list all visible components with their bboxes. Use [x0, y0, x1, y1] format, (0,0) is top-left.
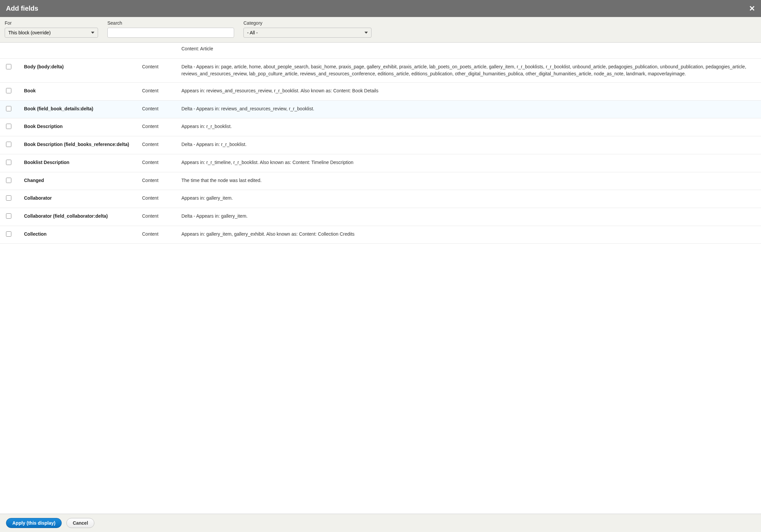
table-row[interactable]: Booklist DescriptionContentAppears in: r… — [0, 154, 761, 172]
search-input[interactable] — [107, 28, 234, 38]
field-title: Book — [24, 87, 142, 95]
field-list[interactable]: Content: Article Body (body:delta)Conten… — [0, 43, 761, 514]
field-title: Collaborator — [24, 195, 142, 202]
for-label: For — [5, 20, 98, 26]
field-desc: Appears in: gallery_item, gallery_exhibi… — [181, 231, 755, 238]
field-title: Book Description — [24, 123, 142, 130]
field-category: Content — [142, 231, 181, 238]
row-checkbox[interactable] — [6, 142, 11, 147]
for-select[interactable]: This block (override) — [5, 28, 98, 38]
table-row[interactable]: Collaborator (field_collaborator:delta)C… — [0, 208, 761, 226]
add-fields-modal: Add fields ✕ For This block (override) S… — [0, 0, 761, 532]
field-desc: Appears in: r_r_timeline, r_r_booklist. … — [181, 159, 755, 166]
table-row-partial: Content: Article — [0, 43, 761, 59]
field-desc: Appears in: r_r_booklist. — [181, 123, 755, 130]
field-desc: Delta - Appears in: reviews_and_resource… — [181, 105, 755, 113]
field-title: Collection — [24, 231, 142, 238]
field-category: Content — [142, 105, 181, 113]
table-row[interactable]: Book DescriptionContentAppears in: r_r_b… — [0, 118, 761, 136]
table-row[interactable]: BookContentAppears in: reviews_and_resou… — [0, 83, 761, 101]
field-category: Content — [142, 141, 181, 148]
field-desc: Content: Article — [181, 45, 755, 53]
table-row[interactable]: CollectionContentAppears in: gallery_ite… — [0, 226, 761, 244]
field-category: Content — [142, 177, 181, 184]
field-desc: Delta - Appears in: gallery_item. — [181, 213, 755, 220]
cancel-button[interactable]: Cancel — [66, 518, 94, 528]
field-category: Content — [142, 195, 181, 202]
close-icon[interactable]: ✕ — [749, 5, 755, 12]
apply-button[interactable]: Apply (this display) — [6, 518, 62, 528]
category-select[interactable]: - All - — [243, 28, 371, 38]
field-category: Content — [142, 87, 181, 95]
field-title: Changed — [24, 177, 142, 184]
table-row[interactable]: ChangedContentThe time that the node was… — [0, 172, 761, 190]
category-label: Category — [243, 20, 371, 26]
filter-search: Search — [107, 20, 234, 38]
field-category: Content — [142, 159, 181, 166]
table-row[interactable]: CollaboratorContentAppears in: gallery_i… — [0, 190, 761, 208]
modal-footer: Apply (this display) Cancel — [0, 514, 761, 532]
field-title: Book Description (field_books_reference:… — [24, 141, 142, 148]
field-desc: Delta - Appears in: page, article, home,… — [181, 63, 755, 78]
row-checkbox[interactable] — [6, 88, 11, 93]
modal-title: Add fields — [6, 5, 38, 12]
field-title: Collaborator (field_collaborator:delta) — [24, 213, 142, 220]
table-row[interactable]: Book Description (field_books_reference:… — [0, 136, 761, 154]
row-checkbox[interactable] — [6, 213, 11, 219]
field-title: Body (body:delta) — [24, 63, 142, 71]
field-category: Content — [142, 63, 181, 71]
field-title: Booklist Description — [24, 159, 142, 166]
row-checkbox[interactable] — [6, 231, 11, 237]
row-checkbox[interactable] — [6, 64, 11, 69]
table-row[interactable]: Body (body:delta)ContentDelta - Appears … — [0, 59, 761, 83]
row-checkbox[interactable] — [6, 106, 11, 111]
row-checkbox[interactable] — [6, 124, 11, 129]
row-checkbox[interactable] — [6, 160, 11, 165]
field-desc: Appears in: reviews_and_resources_review… — [181, 87, 755, 95]
field-desc: Appears in: gallery_item. — [181, 195, 755, 202]
modal-header: Add fields ✕ — [0, 0, 761, 17]
search-label: Search — [107, 20, 234, 26]
row-checkbox[interactable] — [6, 178, 11, 183]
field-category: Content — [142, 123, 181, 130]
field-desc: Delta - Appears in: r_r_booklist. — [181, 141, 755, 148]
filter-category: Category - All - — [243, 20, 371, 38]
table-row[interactable]: Book (field_book_details:delta)ContentDe… — [0, 101, 761, 119]
field-desc: The time that the node was last edited. — [181, 177, 755, 184]
row-checkbox[interactable] — [6, 195, 11, 201]
field-category: Content — [142, 213, 181, 220]
filter-for: For This block (override) — [5, 20, 98, 38]
filter-bar: For This block (override) Search Categor… — [0, 17, 761, 43]
field-title: Book (field_book_details:delta) — [24, 105, 142, 113]
